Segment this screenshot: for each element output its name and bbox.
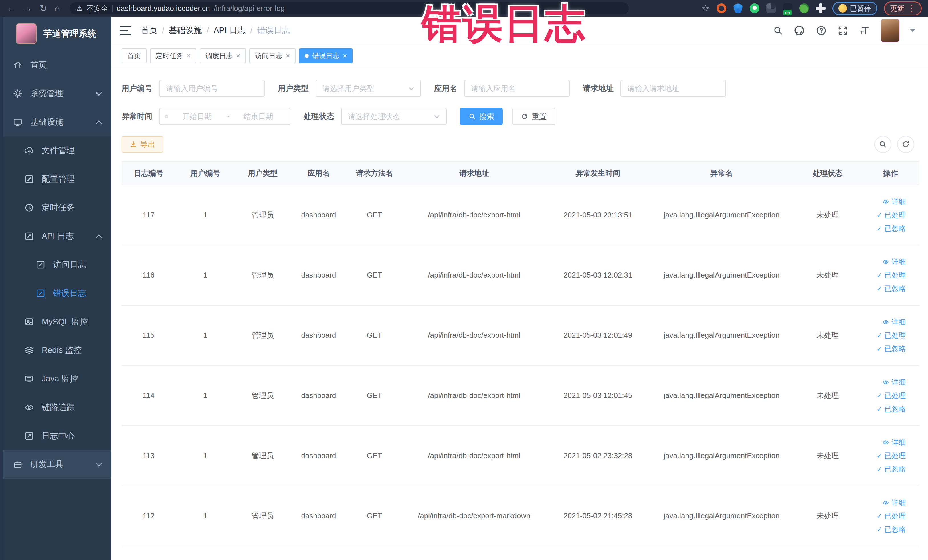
mark-ignored-link[interactable]: ✓已忽略: [876, 464, 906, 474]
mark-processed-link[interactable]: ✓已处理: [876, 451, 906, 461]
detail-link[interactable]: 详细: [882, 377, 906, 387]
sidebar-edge: [0, 17, 3, 560]
detail-link[interactable]: 详细: [882, 257, 906, 267]
extension-icon-plant[interactable]: [799, 3, 809, 13]
start-date-input[interactable]: [171, 112, 223, 121]
sidebar-toggle-icon[interactable]: [120, 26, 131, 35]
status-badge: 未处理: [793, 305, 862, 365]
sidebar-item-java-monitor[interactable]: Java 监控: [0, 365, 111, 393]
sidebar-item-devtools[interactable]: 研发工具: [0, 450, 111, 479]
sidebar-logo[interactable]: 芋道管理系统: [0, 17, 111, 51]
tab-schedule-log[interactable]: 调度日志 ×: [200, 49, 246, 63]
sidebar-item-tracing[interactable]: 链路追踪: [0, 393, 111, 422]
tab-error-log[interactable]: 错误日志 ×: [299, 49, 353, 63]
header-actions: [773, 19, 916, 42]
breadcrumb-item[interactable]: 基础设施: [169, 25, 202, 36]
app-name-input[interactable]: [465, 84, 569, 93]
font-size-icon[interactable]: [858, 25, 870, 36]
mark-ignored-link[interactable]: ✓已忽略: [876, 344, 906, 354]
sidebar-item-api-log[interactable]: API 日志: [0, 222, 111, 250]
chrome-update-button[interactable]: 更新 ⋮: [884, 2, 922, 15]
breadcrumb-item[interactable]: 首页: [141, 25, 157, 36]
extension-icon-dark-on[interactable]: on: [783, 3, 792, 13]
sidebar-item-scheduled-jobs[interactable]: 定时任务: [0, 194, 111, 222]
mark-processed-link[interactable]: ✓已处理: [876, 511, 906, 520]
extension-icon-shield[interactable]: [733, 3, 743, 13]
end-date-input[interactable]: [232, 112, 285, 121]
sidebar-item-mysql-monitor[interactable]: MySQL 监控: [0, 308, 111, 336]
mark-processed-link[interactable]: ✓已处理: [876, 270, 906, 280]
breadcrumb-item[interactable]: API 日志: [214, 25, 246, 36]
sidebar-item-file-management[interactable]: 文件管理: [0, 136, 111, 165]
active-tab-dot: [305, 54, 309, 58]
help-icon[interactable]: [816, 25, 827, 36]
export-button[interactable]: 导出: [122, 136, 163, 153]
address-bar[interactable]: ⚠ 不安全 dashboard.yudao.iocoder.cn/infra/l…: [70, 2, 629, 14]
bookmark-star-icon[interactable]: ☆: [702, 4, 710, 13]
request-url-input[interactable]: [621, 84, 725, 93]
extension-icon-grid[interactable]: [766, 3, 776, 13]
tab-scheduled-jobs[interactable]: 定时任务 ×: [150, 49, 196, 63]
mark-processed-link[interactable]: ✓已处理: [876, 391, 906, 400]
search-button-label: 搜索: [479, 111, 494, 122]
sidebar-item-label: 定时任务: [42, 202, 101, 214]
refresh-table-button[interactable]: [897, 136, 914, 153]
search-icon[interactable]: [773, 25, 783, 36]
detail-link[interactable]: 详细: [882, 317, 906, 327]
sidebar-item-error-log[interactable]: 错误日志: [0, 279, 111, 308]
user-avatar[interactable]: [881, 19, 899, 42]
github-icon[interactable]: [793, 24, 805, 37]
profile-paused-badge[interactable]: 已暂停: [832, 2, 877, 15]
tab-close-icon[interactable]: ×: [286, 52, 290, 60]
mark-ignored-link[interactable]: ✓已忽略: [876, 404, 906, 414]
date-range-picker[interactable]: ~: [159, 108, 290, 125]
sidebar-item-access-log[interactable]: 访问日志: [0, 250, 111, 279]
check-icon: ✓: [876, 452, 882, 460]
extension-icon-orange[interactable]: [717, 3, 726, 13]
reload-icon[interactable]: ↻: [40, 4, 47, 13]
forward-icon[interactable]: →: [23, 4, 32, 13]
detail-link[interactable]: 详细: [882, 438, 906, 447]
url-path: /infra/log/api-error-log: [214, 4, 285, 13]
tab-close-icon[interactable]: ×: [186, 52, 191, 60]
col-user-id: 用户编号: [176, 162, 235, 185]
tab-home[interactable]: 首页: [122, 49, 147, 63]
reset-button[interactable]: 重置: [512, 108, 555, 125]
back-icon[interactable]: ←: [6, 4, 15, 13]
sidebar-item-home[interactable]: 首页: [0, 51, 111, 79]
sidebar-item-config-management[interactable]: 配置管理: [0, 165, 111, 194]
breadcrumb-separator: /: [206, 26, 209, 35]
sidebar-filler: [0, 479, 111, 560]
filter-label: 处理状态: [304, 111, 334, 122]
table-row: 115 1 管理员 dashboard GET /api/infra/db-do…: [122, 305, 919, 365]
process-status-select[interactable]: [341, 108, 447, 125]
detail-link[interactable]: 详细: [882, 197, 906, 206]
mark-ignored-link[interactable]: ✓已忽略: [876, 284, 906, 293]
mark-ignored-link[interactable]: ✓已忽略: [876, 224, 906, 233]
sidebar-item-redis-monitor[interactable]: Redis 监控: [0, 336, 111, 365]
sidebar-item-system[interactable]: 系统管理: [0, 79, 111, 108]
mark-processed-link[interactable]: ✓已处理: [876, 331, 906, 340]
mark-processed-link[interactable]: ✓已处理: [876, 210, 906, 220]
search-button[interactable]: 搜索: [460, 108, 503, 125]
fullscreen-icon[interactable]: [837, 25, 848, 36]
extensions-puzzle-icon[interactable]: [816, 3, 826, 13]
user-type-select[interactable]: [316, 80, 421, 97]
search-icon: [879, 140, 887, 149]
sidebar-item-log-center[interactable]: 日志中心: [0, 422, 111, 450]
tab-close-icon[interactable]: ×: [343, 52, 347, 60]
home-icon[interactable]: ⌂: [55, 4, 60, 13]
tab-close-icon[interactable]: ×: [236, 52, 240, 60]
toggle-search-button[interactable]: [875, 136, 891, 153]
extension-icon-green-v[interactable]: [750, 3, 759, 13]
mark-ignored-link[interactable]: ✓已忽略: [876, 525, 906, 534]
filter-label: 用户编号: [122, 83, 152, 93]
user-id-input[interactable]: [160, 84, 264, 93]
check-icon: ✓: [876, 331, 882, 339]
sidebar-item-infrastructure[interactable]: 基础设施: [0, 108, 111, 136]
app-header: 首页 / 基础设施 / API 日志 / 错误日志: [111, 17, 928, 45]
detail-link[interactable]: 详细: [882, 498, 906, 507]
tab-access-log[interactable]: 访问日志 ×: [249, 49, 296, 63]
browser-menu-icon[interactable]: ⋮: [907, 3, 916, 14]
user-menu-caret-icon[interactable]: [910, 29, 916, 32]
